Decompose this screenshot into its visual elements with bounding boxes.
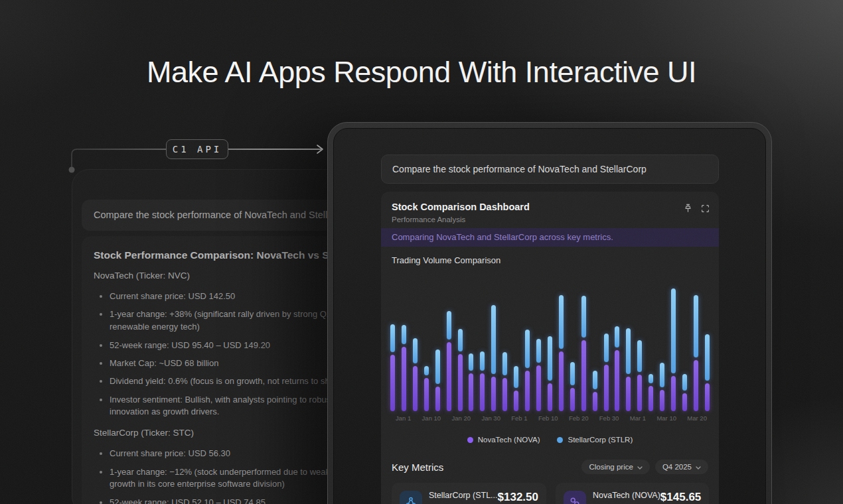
novatech-bar-segment <box>626 377 631 411</box>
tablet-frame: Compare the stock performance of NovaTec… <box>327 122 772 504</box>
stellarcorp-bar-segment <box>593 371 597 389</box>
bar-group <box>502 352 507 411</box>
stellarcorp-bar-segment <box>536 339 541 363</box>
bar-group <box>705 334 710 411</box>
filter-dropdown[interactable]: Closing price <box>581 460 649 474</box>
bar-group <box>671 288 676 411</box>
x-tick-label: Mar 1 <box>630 414 646 422</box>
stellarcorp-bar-segment <box>570 362 575 385</box>
stellarcorp-bar-segment <box>637 340 642 372</box>
stock-dashboard-card: Stock Comparison Dashboard Performance A… <box>381 192 719 504</box>
tablet-screen: Compare the stock performance of NovaTec… <box>333 128 766 504</box>
bar-group <box>435 349 440 411</box>
legend-dot <box>557 437 563 443</box>
novatech-bar-segment <box>570 388 575 411</box>
novatech-bar-segment <box>705 383 710 411</box>
stellarcorp-bar-segment <box>671 288 676 373</box>
key-metrics-row: Key Metrics Closing priceQ4 2025 <box>392 460 708 474</box>
pin-icon[interactable] <box>684 204 692 213</box>
stellarcorp-bar-segment <box>458 329 463 351</box>
x-tick-label: Feb 20 <box>569 414 589 422</box>
metric-card-name: NovaTech (NOVA) <box>593 491 660 500</box>
x-tick-label: Mar 10 <box>656 414 676 422</box>
metric-card: NovaTech (NOVA)Volume Traded:$145.65↑ $1… <box>556 483 709 504</box>
c1-api-badge-label: C1 API <box>173 144 222 155</box>
metric-card-left: NovaTech (NOVA)Volume Traded: <box>564 491 660 504</box>
novatech-bar-segment <box>593 392 597 411</box>
stellarcorp-bar-segment <box>469 353 473 371</box>
metric-card-price: $132.50 <box>498 491 538 504</box>
filter-dropdown[interactable]: Q4 2025 <box>655 460 708 474</box>
bar-group <box>413 338 418 411</box>
metric-card: StellarCorp (STL...Volume Traded:$132.50… <box>392 483 546 504</box>
metric-card-name: StellarCorp (STL... <box>429 491 498 500</box>
metric-card-right: $132.50↓ $2.00 (-2.45%) <box>498 491 538 504</box>
novatech-bar-segment <box>424 378 429 411</box>
x-tick-label: Jan 20 <box>452 414 471 422</box>
novatech-bar-segment <box>559 351 564 411</box>
novatech-bar-segment <box>637 375 642 411</box>
novatech-bar-segment <box>581 340 586 411</box>
stellarcorp-bar-segment <box>525 330 530 368</box>
bar-group <box>536 339 541 411</box>
stellarcorp-bar-segment <box>548 336 552 381</box>
stellarcorp-bar-segment <box>705 334 710 381</box>
bar-group <box>402 325 406 411</box>
bar-group <box>570 362 575 411</box>
metric-cards: StellarCorp (STL...Volume Traded:$132.50… <box>392 483 708 504</box>
metric-card-text: StellarCorp (STL...Volume Traded: <box>429 491 498 504</box>
expand-icon[interactable] <box>701 204 710 213</box>
bar-group <box>615 326 619 411</box>
novatech-bar-segment <box>536 365 541 411</box>
chart-legend: NovaTech (NOVA)StellarCorp (STLR) <box>381 436 719 444</box>
dashboard-header: Stock Comparison Dashboard Performance A… <box>381 192 719 228</box>
metric-card-right: $145.65↑ $1.65 (+1.05%) <box>660 491 701 504</box>
key-metrics-heading: Key Metrics <box>392 462 443 473</box>
bar-group <box>458 329 463 411</box>
stellarcorp-bar-segment <box>682 374 687 391</box>
chevron-down-icon <box>696 463 701 471</box>
stellarcorp-bar-segment <box>502 352 507 375</box>
bar-group <box>604 334 609 411</box>
x-tick-label: Mar 20 <box>687 414 707 422</box>
novatech-bar-segment <box>491 377 496 411</box>
stellarcorp-bar-segment <box>626 328 631 374</box>
novatech-bar-segment <box>671 376 676 411</box>
novatech-bar-segment <box>502 378 507 411</box>
x-tick-label: Jan 1 <box>396 414 411 422</box>
analysis-callout: Comparing NovaTech and StellarCorp acros… <box>381 228 719 247</box>
stellarcorp-bar-segment <box>660 363 664 387</box>
stellarcorp-bar-segment <box>390 324 395 352</box>
bar-group <box>525 330 530 411</box>
filter-dropdown-label: Closing price <box>589 463 633 471</box>
novatech-bar-segment <box>390 355 395 411</box>
metric-card-left: StellarCorp (STL...Volume Traded: <box>400 491 498 504</box>
stellarcorp-bar-segment <box>649 374 653 383</box>
stellarcorp-bar-segment <box>435 349 440 384</box>
stellarcorp-bar-segment <box>604 334 609 362</box>
x-tick-label: Feb 1 <box>511 414 527 422</box>
bar-group <box>469 353 473 411</box>
stellarcorp-bar-segment <box>447 311 451 340</box>
dashboard-prompt-input[interactable]: Compare the stock performance of NovaTec… <box>381 155 719 184</box>
stellarcorp-bar-segment <box>694 295 698 357</box>
novatech-bar-segment <box>525 371 530 411</box>
metric-card-text: NovaTech (NOVA)Volume Traded: <box>593 491 660 504</box>
bar-group <box>593 371 597 411</box>
x-tick-label: Jan 30 <box>481 414 500 422</box>
bar-group <box>649 374 653 411</box>
bar-group <box>480 351 485 411</box>
stellarcorp-bar-segment <box>402 325 406 344</box>
x-tick-label: Feb 30 <box>599 414 619 422</box>
bar-group <box>390 324 395 411</box>
bar-group <box>559 295 564 411</box>
hero-title: Make AI Apps Respond With Interactive UI <box>0 55 843 90</box>
bar-group <box>548 336 552 411</box>
novatech-bar-segment <box>694 360 698 411</box>
stellarcorp-bar-segment <box>424 366 429 375</box>
metric-card-price: $145.65 <box>660 491 701 504</box>
dashboard-subtitle: Performance Analysis <box>392 216 708 223</box>
novatech-bar-segment <box>682 393 687 411</box>
bar-group <box>694 295 698 411</box>
legend-label: NovaTech (NOVA) <box>478 436 540 444</box>
